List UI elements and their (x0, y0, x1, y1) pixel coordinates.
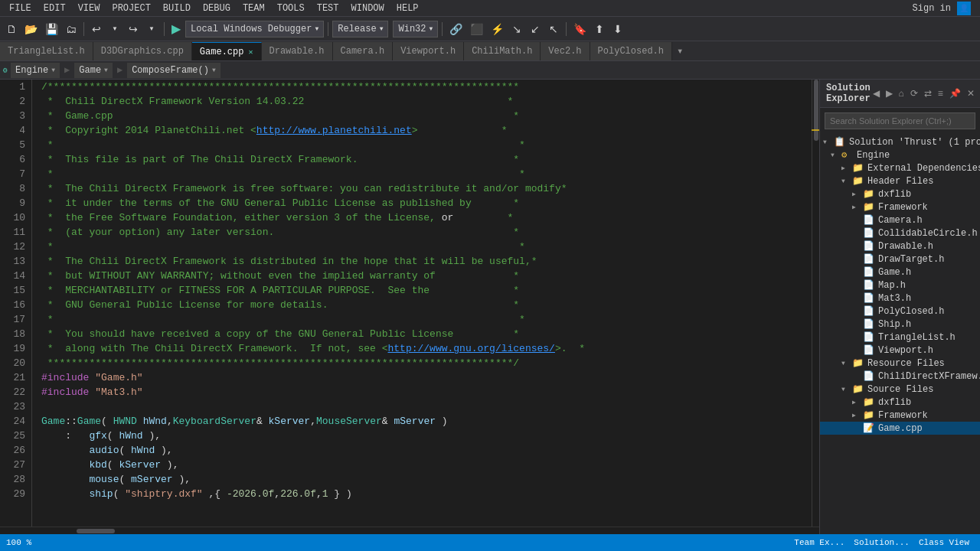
menu-item-file[interactable]: FILE (3, 2, 38, 15)
menu-item-edit[interactable]: EDIT (38, 2, 72, 15)
exceptions-btn[interactable]: ⚡ (488, 21, 507, 37)
config-dropdown[interactable]: Release ▼ (332, 21, 388, 37)
se-home-btn[interactable]: ⌂ (897, 87, 906, 99)
breakpoints-btn[interactable]: ⬛ (467, 21, 486, 37)
menu-item-view[interactable]: VIEW (72, 2, 106, 15)
menu-item-test[interactable]: TEST (311, 2, 345, 15)
menu-item-project[interactable]: PROJECT (106, 2, 156, 15)
tab-trianglelist[interactable]: TriangleList.h (0, 42, 93, 60)
bookmark-prev-btn[interactable]: ⬆ (591, 21, 608, 37)
framework-src-label: Framework (878, 410, 977, 421)
debugger-arrow-icon: ▼ (315, 25, 318, 32)
tab-vec2[interactable]: Vec2.h (541, 42, 590, 60)
resource-expand-icon: ▼ (841, 360, 852, 367)
menu-item-build[interactable]: BUILD (157, 2, 197, 15)
menu-item-tools[interactable]: TOOLS (271, 2, 311, 15)
se-pin-btn[interactable]: 📌 (947, 87, 963, 99)
tab-camera[interactable]: Camera.h (333, 42, 394, 60)
redo-dropdown-btn[interactable]: ▼ (143, 21, 160, 37)
tree-game-cpp[interactable]: ▶ 📝 Game.cpp (820, 422, 980, 435)
tree-dxflib-src[interactable]: ▶ 📁 dxflib (820, 396, 980, 409)
se-refresh-btn[interactable]: ⟳ (908, 87, 920, 99)
tab-d3dgraphics[interactable]: D3DGraphics.cpp (93, 42, 192, 60)
status-team-explorer[interactable]: Team Ex... (789, 534, 849, 551)
menu-item-debug[interactable]: DEBUG (197, 2, 237, 15)
scroll-thumb[interactable] (814, 80, 818, 141)
tree-header-files[interactable]: ▼ 📁 Header Files (820, 174, 980, 187)
step-over-btn[interactable]: ↘ (508, 21, 525, 37)
se-back-btn[interactable]: ◀ (871, 87, 882, 99)
tree-resource-files[interactable]: ▼ 📁 Resource Files (820, 357, 980, 370)
tree-chilidirectx[interactable]: ▶ 📄 ChiliDirectXFramew... (820, 370, 980, 383)
code-content[interactable]: /***************************************… (32, 80, 812, 527)
se-forward-btn[interactable]: ▶ (884, 87, 895, 99)
editor-scrollbar[interactable] (812, 80, 819, 527)
context-sep1: ▶ (63, 64, 71, 76)
tree-engine[interactable]: ▼ ⚙ Engine (820, 148, 980, 161)
platform-dropdown[interactable]: Win32 ▼ (393, 21, 438, 37)
horizontal-scrollbar[interactable] (0, 527, 819, 534)
step-out-btn[interactable]: ↖ (545, 21, 562, 37)
bookmark-next-btn[interactable]: ⬇ (609, 21, 626, 37)
step-in-btn[interactable]: ↙ (527, 21, 544, 37)
undo-dropdown-btn[interactable]: ▼ (106, 21, 123, 37)
tab-viewport[interactable]: Viewport.h (393, 42, 464, 60)
bookmark-btn[interactable]: 🔖 (570, 21, 590, 37)
save-all-btn[interactable]: 🗂 (63, 21, 80, 37)
se-close-btn[interactable]: ✕ (965, 87, 977, 99)
line-number: 13 (3, 254, 25, 269)
se-sync-btn[interactable]: ⇄ (922, 87, 934, 99)
tab-game-cpp[interactable]: Game.cpp ✕ (192, 42, 262, 60)
line-number: 27 (3, 458, 25, 472)
tree-polyclosed-h[interactable]: ▶ 📄 PolyClosed.h (820, 305, 980, 318)
line-number: 16 (3, 298, 25, 312)
open-btn[interactable]: 📂 (21, 21, 41, 37)
h-scroll-thumb[interactable] (77, 529, 115, 533)
tree-trianglelist-h[interactable]: ▶ 📄 TriangleList.h (820, 331, 980, 344)
save-btn[interactable]: 💾 (42, 21, 61, 37)
tree-collidable-h[interactable]: ▶ 📄 CollidableCircle.h (820, 227, 980, 240)
engine-context-dropdown[interactable]: Engine ▼ (11, 63, 60, 78)
line-number: 11 (3, 225, 25, 240)
game-context-dropdown[interactable]: Game ▼ (74, 63, 113, 78)
menu-item-help[interactable]: HELP (390, 2, 425, 15)
tree-mat3-h[interactable]: ▶ 📄 Mat3.h (820, 292, 980, 305)
se-settings-btn[interactable]: ≡ (936, 87, 946, 99)
menu-item-team[interactable]: TEAM (237, 2, 271, 15)
tab-drawable[interactable]: Drawable.h (262, 42, 333, 60)
tree-map-h[interactable]: ▶ 📄 Map.h (820, 279, 980, 292)
tree-camera-h[interactable]: ▶ 📄 Camera.h (820, 214, 980, 227)
sign-in-button[interactable]: Sign in 👤 (906, 0, 977, 17)
attach-btn[interactable]: 🔗 (446, 21, 466, 37)
function-context-arrow: ▼ (212, 67, 216, 73)
tab-polyclosed[interactable]: PolyClosed.h (590, 42, 672, 60)
line-number: 18 (3, 327, 25, 341)
redo-btn[interactable]: ↪ (125, 21, 142, 37)
tree-dxflib-h[interactable]: ▶ 📁 dxflib (820, 187, 980, 201)
tree-game-h[interactable]: ▶ 📄 Game.h (820, 266, 980, 279)
status-class-view[interactable]: Class View (914, 534, 974, 551)
undo-btn[interactable]: ↩ (88, 21, 105, 37)
debugger-dropdown[interactable]: Local Windows Debugger ▼ (185, 21, 324, 37)
tab-label: Vec2.h (548, 46, 581, 57)
tree-framework-src[interactable]: ▶ 📁 Framework (820, 409, 980, 422)
tree-framework-h[interactable]: ▶ 📁 Framework (820, 201, 980, 214)
start-debugging-btn[interactable]: ▶ (168, 21, 184, 36)
tree-source-files[interactable]: ▼ 📁 Source Files (820, 383, 980, 396)
sep2 (164, 22, 165, 36)
tree-solution[interactable]: ▼ 📋 Solution 'Thrust' (1 project) (820, 135, 980, 148)
tree-external-deps[interactable]: ▶ 📁 External Dependencies (820, 161, 980, 174)
engine-context-label: Engine (15, 65, 48, 76)
tree-viewport-h[interactable]: ▶ 📄 Viewport.h (820, 344, 980, 357)
se-search-input[interactable] (825, 112, 975, 129)
status-solution-explorer[interactable]: Solution... (849, 534, 914, 551)
function-context-dropdown[interactable]: ComposeFrame() ▼ (127, 63, 220, 78)
tree-drawable-h[interactable]: ▶ 📄 Drawable.h (820, 240, 980, 253)
menu-item-window[interactable]: WINDOW (345, 2, 390, 15)
tab-overflow-btn[interactable]: ▾ (672, 44, 688, 57)
new-project-btn[interactable]: 🗋 (3, 21, 20, 37)
tab-chilimath[interactable]: ChiliMath.h (464, 42, 541, 60)
tree-ship-h[interactable]: ▶ 📄 Ship.h (820, 318, 980, 331)
editor[interactable]: 1 2 3 4 5 6 7 8 9 10 11 12 13 14 15 16 1… (0, 80, 819, 534)
tree-drawtarget-h[interactable]: ▶ 📄 DrawTarget.h (820, 253, 980, 266)
